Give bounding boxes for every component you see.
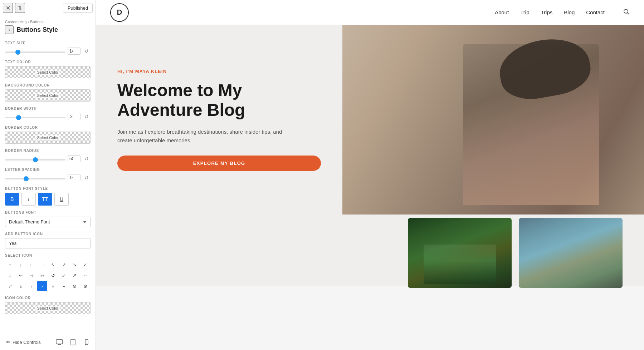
icon-btn-chevleft[interactable]: ‹ xyxy=(26,281,36,291)
icon-btn-expand[interactable]: ⤢ xyxy=(5,281,15,291)
bold-button[interactable]: B xyxy=(5,193,19,206)
mobile-view-button[interactable] xyxy=(81,337,92,347)
icon-btn-right[interactable]: → xyxy=(37,260,47,270)
icon-btn-downleft[interactable]: ↙ xyxy=(80,260,90,270)
icon-btn-arrowright2[interactable]: ⇒ xyxy=(26,270,36,280)
border-radius-slider[interactable] xyxy=(5,159,65,161)
border-width-label: BORDER WIDTH xyxy=(5,107,91,110)
icon-color-section: ICON COLOR Select Color xyxy=(5,296,91,314)
border-width-reset[interactable]: ↺ xyxy=(83,113,91,120)
icon-btn-down[interactable]: ↓ xyxy=(16,260,26,270)
icon-btn-circle[interactable]: ⊙ xyxy=(69,281,79,291)
border-radius-section: BORDER RADIUS ↺ xyxy=(5,149,91,163)
text-size-slider[interactable] xyxy=(5,51,65,53)
hero-image xyxy=(342,25,644,215)
icon-btn-lr[interactable]: ↔ xyxy=(80,270,90,280)
left-panel: ✕ ⇅ Published Customizing › Buttons ‹ Bu… xyxy=(0,0,96,350)
breadcrumb-child[interactable]: Buttons xyxy=(30,20,43,24)
border-radius-row: ↺ xyxy=(5,155,91,163)
add-button-icon-section: ADD BUTTON ICON xyxy=(5,232,91,248)
select-icon-section: SELECT ICON ↑ ↓ ← → ↖ ↗ ↘ ↙ ↕ ⇐ ⇒ ⇔ ↺ ↙ … xyxy=(5,253,91,291)
border-color-swatch[interactable]: Select Color xyxy=(5,132,91,144)
select-icon-label: SELECT ICON xyxy=(5,253,91,257)
icon-btn-sw[interactable]: ↙ xyxy=(59,270,69,280)
image-card-lake xyxy=(519,218,623,288)
icon-btn-updown[interactable]: ↕ xyxy=(5,270,15,280)
background-color-swatch[interactable]: Select Color xyxy=(5,89,91,102)
italic-button[interactable]: I xyxy=(21,193,36,206)
icon-btn-left[interactable]: ← xyxy=(26,260,36,270)
hero-cta-button[interactable]: EXPLORE MY BLOG xyxy=(117,156,321,171)
add-button-icon-label: ADD BUTTON ICON xyxy=(5,232,91,236)
uppercase-button[interactable]: TT xyxy=(38,193,52,206)
icon-btn-up[interactable]: ↑ xyxy=(5,260,15,270)
tablet-view-button[interactable] xyxy=(68,337,78,347)
underline-button[interactable]: U xyxy=(54,193,69,206)
hide-controls-button[interactable]: 👁 Hide Controls xyxy=(4,338,43,346)
icon-btn-dblchevright[interactable]: » xyxy=(59,281,69,291)
icon-btn-ne[interactable]: ↗ xyxy=(69,270,79,280)
border-width-value[interactable] xyxy=(68,113,80,120)
desktop-view-button[interactable] xyxy=(54,337,65,347)
border-width-slider[interactable] xyxy=(5,117,65,118)
letter-spacing-row: ↺ xyxy=(5,174,91,182)
icon-btn-arrowleft2[interactable]: ⇐ xyxy=(16,270,26,280)
hero-tagline: HI, I'M MAYA KLEIN xyxy=(117,69,321,74)
panel-bottom: 👁 Hide Controls xyxy=(0,334,96,350)
letter-spacing-value[interactable] xyxy=(68,174,80,181)
icon-btn-downright[interactable]: ↘ xyxy=(69,260,79,270)
svg-point-5 xyxy=(73,344,73,345)
text-color-select-label: Select Color xyxy=(35,70,61,75)
icon-btn-asterisk[interactable]: ⊛ xyxy=(80,281,90,291)
preview-images xyxy=(96,215,644,286)
svg-rect-0 xyxy=(56,340,63,344)
page-title: Buttons Style xyxy=(16,26,58,34)
add-button-icon-input[interactable] xyxy=(5,238,91,248)
back-button[interactable]: ‹ xyxy=(5,25,14,34)
border-radius-reset[interactable]: ↺ xyxy=(83,155,91,163)
text-color-swatch[interactable]: Select Color xyxy=(5,66,91,78)
border-radius-label: BORDER RADIUS xyxy=(5,149,91,153)
border-color-section: BORDER COLOR Select Color xyxy=(5,125,91,144)
nav-link-about[interactable]: About xyxy=(495,9,509,15)
icon-btn-upleft[interactable]: ↖ xyxy=(48,260,58,270)
breadcrumb-root[interactable]: Customizing xyxy=(5,20,27,24)
text-size-value[interactable] xyxy=(68,48,80,55)
preview-panel: D About Trip Trips Blog Contact HI, I'M … xyxy=(96,0,644,350)
icon-btn-chevright[interactable]: › xyxy=(37,281,47,291)
svg-point-7 xyxy=(86,344,87,344)
letter-spacing-reset[interactable]: ↺ xyxy=(83,174,91,182)
nav-link-trips[interactable]: Trips xyxy=(541,9,552,15)
svg-line-9 xyxy=(628,13,629,14)
search-icon[interactable] xyxy=(623,9,630,16)
letter-spacing-label: LETTER SPACING xyxy=(5,168,91,172)
hero-title: Welcome to My Adventure Blog xyxy=(117,80,321,120)
icon-btn-down2[interactable]: ↡ xyxy=(16,281,26,291)
icon-btn-dblchevleft[interactable]: « xyxy=(48,281,58,291)
close-button[interactable]: ✕ xyxy=(3,3,13,13)
icon-grid: ↑ ↓ ← → ↖ ↗ ↘ ↙ ↕ ⇐ ⇒ ⇔ ↺ ↙ ↗ ↔ ⤢ ↡ ‹ › xyxy=(5,260,91,291)
eye-icon: 👁 xyxy=(6,340,10,345)
nav-link-contact[interactable]: Contact xyxy=(586,9,605,15)
buttons-font-select[interactable]: Default Theme Font Arial Georgia Helveti… xyxy=(5,217,91,227)
swap-button[interactable]: ⇅ xyxy=(15,3,25,13)
icon-btn-rotate[interactable]: ↺ xyxy=(48,270,58,280)
icon-color-label: ICON COLOR xyxy=(5,296,91,300)
letter-spacing-slider[interactable] xyxy=(5,178,65,179)
border-color-label: BORDER COLOR xyxy=(5,125,91,129)
tablet-icon xyxy=(70,339,75,345)
text-size-row: ↺ xyxy=(5,47,91,55)
icon-color-swatch[interactable]: Select Color xyxy=(5,302,91,314)
text-size-reset[interactable]: ↺ xyxy=(83,47,91,55)
border-radius-value[interactable] xyxy=(68,155,80,162)
hero-left: HI, I'M MAYA KLEIN Welcome to My Adventu… xyxy=(96,25,342,215)
desktop-icon xyxy=(56,339,63,345)
icon-btn-upright[interactable]: ↗ xyxy=(59,260,69,270)
text-size-section: TEXT SIZE ↺ xyxy=(5,41,91,55)
buttons-font-section: BUTTONS FONT Default Theme Font Arial Ge… xyxy=(5,211,91,227)
mobile-icon xyxy=(85,339,88,345)
nav-link-blog[interactable]: Blog xyxy=(564,9,575,15)
icon-btn-arrowlr[interactable]: ⇔ xyxy=(37,270,47,280)
published-button[interactable]: Published xyxy=(63,4,93,13)
nav-link-trip[interactable]: Trip xyxy=(520,9,529,15)
